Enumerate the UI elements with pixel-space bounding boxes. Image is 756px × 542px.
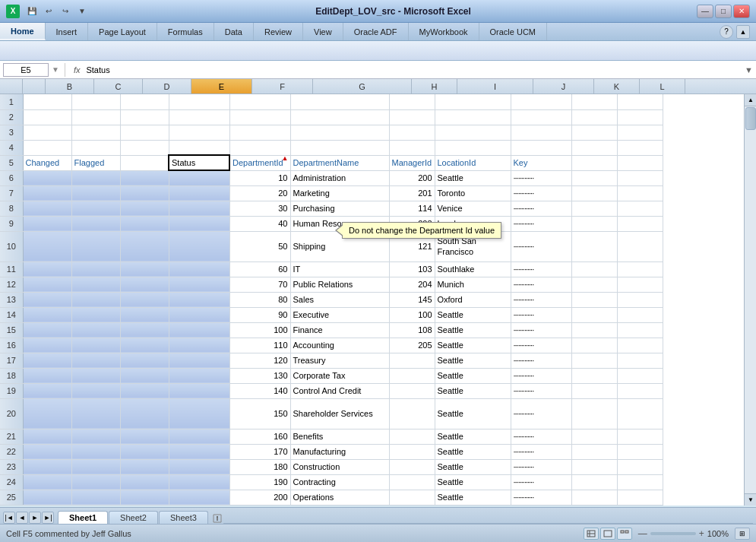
sheet-tab-3[interactable]: Sheet3 (159, 511, 208, 524)
normal-view-btn[interactable] (584, 528, 599, 540)
col-header-f[interactable]: F (252, 79, 313, 94)
scroll-down-btn[interactable]: ▼ (745, 493, 756, 506)
vertical-scrollbar[interactable]: ▲ ▼ (744, 94, 756, 506)
sheet-nav-last[interactable]: ►| (42, 512, 54, 524)
maximize-button[interactable]: □ (715, 5, 732, 18)
table-row: 15 100 Finance 108 Seattle ············· (0, 322, 663, 338)
scroll-thumb[interactable] (745, 107, 756, 130)
col-header-rn[interactable] (23, 79, 46, 94)
col-header-h[interactable]: H (412, 79, 457, 94)
cell-b5[interactable]: Changed (23, 155, 71, 170)
page-layout-view-btn[interactable] (600, 528, 615, 540)
cell-h5[interactable]: ManagerId (389, 155, 435, 170)
svg-rect-3 (604, 531, 612, 537)
cell-j5[interactable]: Key (511, 155, 571, 170)
redo-btn[interactable]: ↪ (58, 5, 73, 17)
scroll-up-btn[interactable]: ▲ (745, 94, 756, 106)
tab-oracle-adf[interactable]: Oracle ADF (343, 23, 409, 40)
minimize-button[interactable]: — (697, 5, 713, 18)
tab-insert[interactable]: Insert (46, 23, 89, 40)
cell-l1[interactable] (617, 94, 663, 109)
ribbon-collapse-btn[interactable]: ▲ (736, 25, 750, 39)
cell-f1[interactable] (229, 94, 290, 109)
sheet-nav-prev[interactable]: ◄ (16, 512, 28, 524)
sheet-tab-2[interactable]: Sheet2 (109, 511, 158, 524)
sheet-add[interactable] (209, 513, 223, 524)
table-row: 9 40 Human Resources 203 London ········… (0, 216, 663, 231)
col-header-e[interactable]: E (191, 79, 252, 94)
zoom-minus-btn[interactable]: — (638, 528, 647, 539)
sheet-tab-1[interactable]: Sheet1 (58, 511, 108, 524)
tab-review[interactable]: Review (254, 23, 303, 40)
cell-i1[interactable] (435, 94, 511, 109)
col-header-j[interactable]: J (533, 79, 594, 94)
cell-k1[interactable] (571, 94, 617, 109)
select-all-corner[interactable] (0, 79, 23, 94)
sheet-nav-first[interactable]: |◄ (3, 512, 15, 524)
table-row: 24 190 Contracting Seattle ············· (0, 474, 663, 490)
col-header-d[interactable]: D (143, 79, 191, 94)
table-row: 20 150 Shareholder Services Seattle ····… (0, 398, 663, 429)
formula-bar-expand[interactable]: ▼ (745, 65, 753, 74)
table-row-header: 5 Changed Flagged Status DepartmentId ▲ … (0, 155, 663, 170)
quick-access: 💾 ↩ ↪ ▼ (24, 5, 90, 17)
save-quick-btn[interactable]: 💾 (24, 5, 40, 17)
help-button[interactable]: ? (720, 25, 733, 39)
cell-ref-dropdown[interactable]: ▼ (52, 65, 59, 74)
cell-g1[interactable] (290, 94, 389, 109)
close-button[interactable]: ✕ (733, 5, 750, 18)
tab-page-layout[interactable]: Page Layout (88, 23, 157, 40)
col-header-l[interactable]: L (640, 79, 685, 94)
zoom-level: 100% (707, 529, 729, 538)
cell-f5[interactable]: DepartmentId ▲ (229, 155, 290, 170)
cell-e1[interactable] (169, 94, 229, 109)
cell-c1[interactable] (71, 94, 120, 109)
cell-h1[interactable] (389, 94, 435, 109)
cell-d1[interactable] (120, 94, 169, 109)
divider (65, 63, 65, 77)
cell-d5[interactable] (120, 155, 169, 170)
window-title: EditDept_LOV_src - Microsoft Excel (315, 6, 471, 17)
row-num: 1 (0, 94, 23, 109)
table-row: 17 120 Treasury Seattle ············· (0, 353, 663, 368)
svg-rect-5 (625, 531, 628, 533)
table-row: 22 170 Manufacturing Seattle ···········… (0, 444, 663, 459)
table-row: 25 200 Operations Seattle ············· (0, 490, 663, 505)
col-header-b[interactable]: B (46, 79, 94, 94)
more-quick-btn[interactable]: ▼ (74, 5, 90, 17)
cell-reference-input[interactable]: E5 (3, 63, 49, 77)
col-header-g[interactable]: G (313, 79, 412, 94)
cell-b1[interactable] (23, 94, 71, 109)
zoom-slider[interactable] (650, 532, 696, 535)
tab-home[interactable]: Home (0, 23, 46, 40)
cell-i5[interactable]: LocationId (435, 155, 511, 170)
tab-myworkbook[interactable]: MyWorkbook (409, 23, 479, 40)
tab-oracle-ucm[interactable]: Oracle UCM (479, 23, 548, 40)
ribbon-content (0, 41, 756, 61)
col-header-i[interactable]: I (457, 79, 533, 94)
cell-c5[interactable]: Flagged (71, 155, 120, 170)
comment-indicator: ▲ (282, 155, 289, 162)
title-bar: X 💾 ↩ ↪ ▼ EditDept_LOV_src - Microsoft E… (0, 0, 756, 23)
sheet-tabs: |◄ ◄ ► ►| Sheet1 Sheet2 Sheet3 (0, 507, 756, 524)
tab-view[interactable]: View (303, 23, 343, 40)
zoom-plus-btn[interactable]: + (699, 528, 704, 539)
sheet-nav-next[interactable]: ► (29, 512, 41, 524)
window-controls: — □ ✕ (697, 5, 750, 18)
page-break-view-btn[interactable] (617, 528, 632, 540)
formula-input[interactable]: Status (86, 65, 742, 74)
tab-formulas[interactable]: Formulas (157, 23, 214, 40)
status-right: — + 100% ⊞ (584, 528, 750, 540)
tab-data[interactable]: Data (214, 23, 254, 40)
fit-window-btn[interactable]: ⊞ (735, 528, 750, 540)
col-header-k[interactable]: K (594, 79, 640, 94)
cell-j1[interactable] (511, 94, 571, 109)
col-header-c[interactable]: C (94, 79, 143, 94)
table-row: 12 70 Public Relations 204 Munich ······… (0, 277, 663, 292)
table-row: 10 50 Shipping 121 South San Francisco ·… (0, 231, 663, 261)
undo-btn[interactable]: ↩ (41, 5, 56, 17)
cell-e5[interactable]: Status (169, 155, 229, 170)
row-num: 2 (0, 109, 23, 125)
table-row: 11 60 IT 103 Southlake ············· (0, 261, 663, 277)
cell-g5[interactable]: DepartmentName (290, 155, 389, 170)
